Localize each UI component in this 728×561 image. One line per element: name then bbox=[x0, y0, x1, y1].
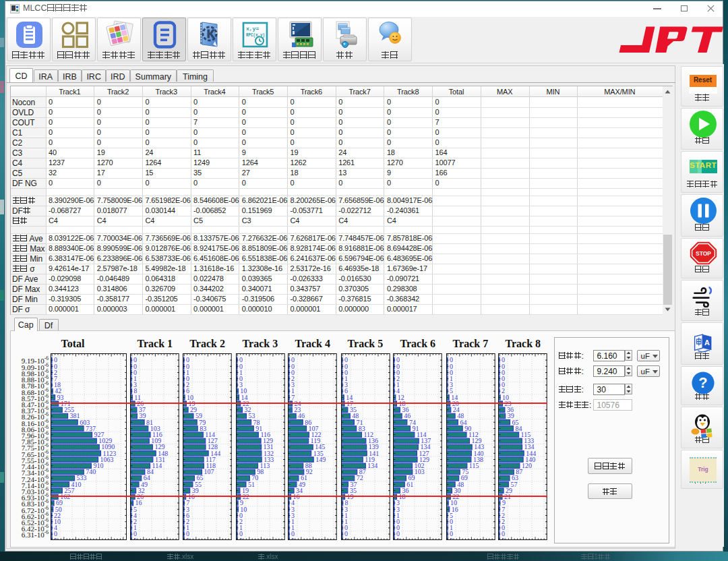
svg-text:72: 72 bbox=[356, 474, 363, 481]
svg-text:STOP: STOP bbox=[696, 249, 711, 256]
svg-text:149: 149 bbox=[315, 455, 326, 463]
svg-text:39: 39 bbox=[140, 412, 146, 419]
svg-text:740: 740 bbox=[86, 468, 96, 475]
svg-text:x,y=: x,y= bbox=[246, 26, 259, 32]
svg-text:46: 46 bbox=[298, 412, 305, 419]
svg-text:?: ? bbox=[698, 374, 707, 391]
svg-text:115: 115 bbox=[468, 462, 479, 469]
svg-text:381: 381 bbox=[70, 412, 80, 419]
svg-text:A: A bbox=[704, 338, 710, 347]
svg-text:120: 120 bbox=[522, 462, 532, 469]
svg-text:103: 103 bbox=[415, 468, 425, 475]
svg-text:107: 107 bbox=[204, 468, 214, 475]
svg-text:51: 51 bbox=[248, 480, 255, 488]
svg-text:134: 134 bbox=[367, 462, 377, 469]
